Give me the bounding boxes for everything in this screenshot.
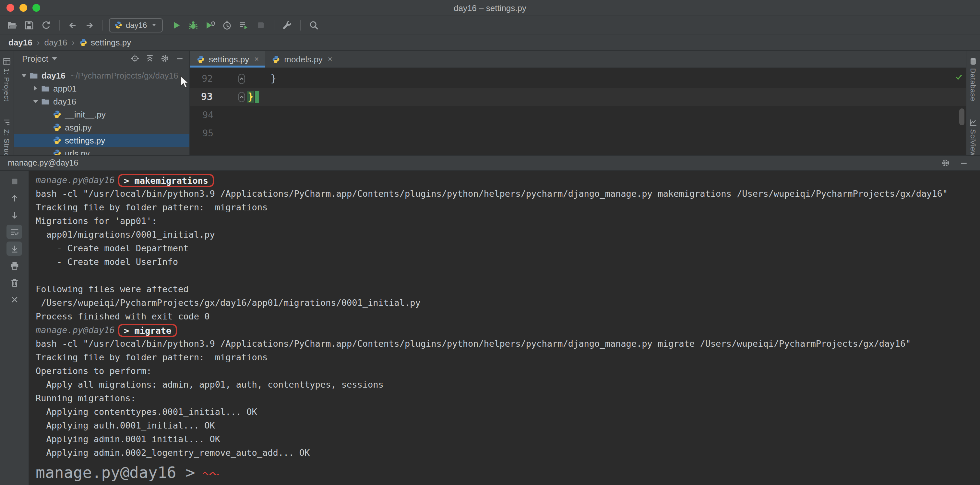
tree-expand-icon[interactable]: [19, 74, 28, 77]
run-button[interactable]: [168, 17, 185, 33]
project-panel-title[interactable]: Project: [22, 54, 48, 63]
left-tool-stripe: 1: ProjectZ: Structure: [0, 51, 14, 155]
run-with-coverage-button[interactable]: [201, 17, 218, 33]
console-output-line: [36, 269, 980, 282]
open-button[interactable]: [4, 17, 21, 33]
tree-item-urls.py[interactable]: urls.py: [14, 147, 189, 155]
console-prompt-line: manage.py@day16> makemigrations: [36, 173, 980, 187]
tree-item-__init__.py[interactable]: __init__.py: [14, 108, 189, 121]
run-config-select[interactable]: day16: [109, 18, 162, 32]
forward-button[interactable]: [81, 17, 98, 33]
stop-button[interactable]: [6, 174, 22, 188]
project-panel-header: Project: [14, 51, 189, 66]
python-file-icon: [52, 149, 62, 155]
tree-item-day16[interactable]: day16: [14, 95, 189, 108]
line-number: 95: [190, 128, 213, 138]
traffic-light-zoom[interactable]: [32, 4, 40, 12]
editor-scrollbar[interactable]: [959, 108, 964, 125]
editor-gutter: 93: [190, 88, 247, 106]
editor-gutter: 92: [190, 69, 247, 88]
save-all-button[interactable]: [21, 17, 38, 33]
tab-label: settings.py: [209, 54, 249, 64]
run-config-icon: [114, 21, 123, 29]
editor[interactable]: 92 }93}9495: [190, 68, 966, 155]
tree-item-asgi.py[interactable]: asgi.py: [14, 121, 189, 134]
console-active-prompt[interactable]: manage.py@day16 >: [36, 464, 980, 480]
up-stack-trace-button[interactable]: [6, 191, 22, 205]
inspections-ok-icon[interactable]: [955, 72, 963, 84]
python-file-icon: [52, 110, 62, 119]
chevron-down-icon: [21, 74, 26, 77]
print-button[interactable]: [6, 258, 22, 273]
search-everywhere-button[interactable]: [305, 17, 322, 33]
check-icon: [955, 73, 963, 81]
traffic-light-close[interactable]: [6, 4, 14, 12]
mouse-cursor: [180, 75, 189, 92]
tab-settings.py[interactable]: settings.py×: [190, 51, 265, 67]
forward-icon: [84, 20, 95, 30]
tree-expand-icon[interactable]: [31, 86, 40, 91]
console-active-prompt-text: manage.py@day16 >: [36, 466, 195, 480]
console-command: makemigrations: [134, 175, 208, 186]
chevron-down-icon[interactable]: [52, 57, 57, 60]
back-button[interactable]: [64, 17, 81, 33]
hide-panel-button[interactable]: [175, 54, 184, 63]
stop-icon: [255, 20, 266, 30]
console-command: migrate: [134, 325, 171, 336]
titlebar[interactable]: day16 – settings.py: [0, 0, 980, 16]
settings-button[interactable]: [278, 17, 296, 33]
database-icon: [969, 57, 977, 65]
console-output[interactable]: manage.py@day16> makemigrationsbash -cl …: [29, 171, 980, 485]
tree-item-label: asgi.py: [65, 122, 91, 132]
tree-item-app01[interactable]: app01: [14, 82, 189, 95]
save-icon: [24, 20, 34, 30]
debug-button[interactable]: [185, 17, 201, 33]
traffic-light-minimize[interactable]: [19, 4, 27, 12]
close-icon[interactable]: ×: [254, 54, 259, 64]
run-tool-window: manage.py@day16 manage.py@day16> makemig…: [0, 155, 980, 485]
stop-icon: [10, 176, 19, 186]
tree-expand-icon[interactable]: [31, 100, 40, 103]
console-output-line: Operations to perform:: [36, 364, 980, 378]
synchronize-button[interactable]: [38, 17, 54, 33]
run-targets-button[interactable]: [235, 17, 252, 33]
clear-all-button[interactable]: [6, 275, 22, 290]
fold-marker-icon[interactable]: [236, 73, 247, 84]
console-output-line: /Users/wupeiqi/PycharmProjects/gx/day16/…: [36, 296, 980, 310]
scroll-to-end-button[interactable]: [6, 241, 22, 256]
close-icon[interactable]: ×: [328, 54, 332, 64]
editor-tab-bar: settings.py×models.py×: [190, 51, 966, 68]
breadcrumb-item[interactable]: settings.py: [79, 37, 131, 47]
tool-stripe-button-database[interactable]: Database: [969, 57, 977, 101]
window-title: day16 – settings.py: [0, 3, 980, 13]
console-output-line: bash -cl "/usr/local/bin/python3.9 /Appl…: [36, 337, 980, 351]
tool-stripe-button-sciview[interactable]: SciView: [969, 118, 977, 157]
collapse-all-button[interactable]: [145, 54, 154, 63]
select-opened-file-button[interactable]: [130, 54, 140, 63]
stop-button[interactable]: [252, 17, 269, 33]
tree-item-label: settings.py: [65, 136, 105, 145]
tool-stripe-button-1-project[interactable]: 1: Project: [3, 57, 11, 102]
hide-console-button[interactable]: [959, 158, 968, 168]
tree-item-day16[interactable]: day16~/PycharmProjects/gx/day16: [14, 69, 189, 82]
close-button[interactable]: [6, 292, 22, 306]
console-output-line: Applying admin.0002_logentry_remove_auto…: [36, 446, 980, 459]
tree-item-settings.py[interactable]: settings.py: [14, 134, 189, 147]
project-tree[interactable]: day16~/PycharmProjects/gx/day16app01day1…: [14, 66, 189, 155]
run-panel-header[interactable]: manage.py@day16: [0, 156, 980, 171]
soft-wrap-button[interactable]: [6, 225, 22, 239]
down-stack-trace-button[interactable]: [6, 208, 22, 222]
panel-options-button[interactable]: [160, 54, 169, 63]
breadcrumb-item[interactable]: day16: [8, 37, 32, 47]
breadcrumb-item[interactable]: day16: [44, 37, 67, 47]
console-output-line: Apply all migrations: admin, app01, auth…: [36, 378, 980, 391]
profile-button[interactable]: [218, 17, 235, 33]
console-toolbar: [0, 171, 29, 485]
code-text: }: [247, 73, 276, 85]
console-output-line: Following files were affected: [36, 282, 980, 296]
console-options-button[interactable]: [941, 158, 950, 168]
open-folder-icon: [7, 20, 18, 30]
tab-models.py[interactable]: models.py×: [265, 51, 339, 67]
fold-marker-icon[interactable]: [236, 91, 247, 102]
chevron-down-icon: [33, 100, 38, 103]
